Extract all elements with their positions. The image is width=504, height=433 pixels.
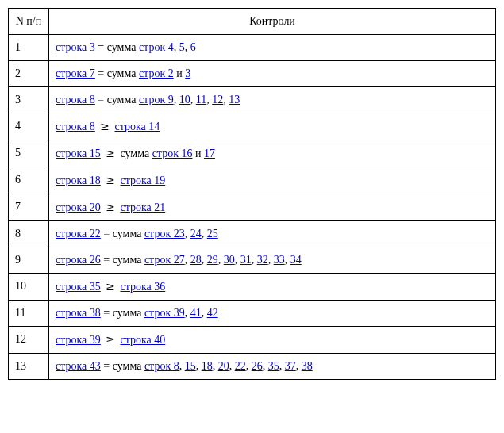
row-number: 9 (9, 247, 49, 274)
row-text: , (185, 254, 190, 266)
row-link[interactable]: 42 (207, 307, 218, 319)
row-link[interactable]: 10 (179, 94, 190, 105)
row-link[interactable]: строка 8 (56, 121, 95, 132)
row-text: , (179, 360, 185, 372)
row-link[interactable]: 5 (179, 41, 185, 53)
row-text: , (185, 41, 190, 53)
row-link[interactable]: 34 (290, 254, 302, 266)
row-link[interactable]: строка 14 (114, 121, 160, 132)
row-link[interactable]: 12 (212, 94, 223, 105)
row-link[interactable]: строка 8 (56, 94, 95, 105)
row-link[interactable]: строка 35 (56, 281, 101, 293)
row-link[interactable]: строк 27 (144, 254, 185, 266)
row-link[interactable]: 28 (190, 254, 202, 266)
row-link[interactable]: строка 21 (120, 201, 165, 213)
row-number: 1 (9, 35, 49, 61)
row-text: , (196, 360, 202, 372)
control-cell: строка 35 ≥ строка 36 (49, 274, 496, 301)
table-row: 9строка 26 = сумма строк 27, 28, 29, 30,… (9, 247, 496, 274)
row-link[interactable]: 24 (190, 228, 202, 239)
row-link[interactable]: 37 (285, 360, 296, 372)
row-text: , (174, 41, 179, 53)
row-link[interactable]: строка 38 (56, 307, 101, 319)
row-link[interactable]: строка 40 (120, 334, 165, 346)
ge-symbol: ≥ (101, 147, 121, 159)
row-text: = сумма (95, 94, 139, 105)
row-link[interactable]: строка 20 (56, 201, 101, 213)
row-link[interactable]: 35 (268, 360, 279, 372)
row-link[interactable]: 41 (190, 307, 202, 319)
row-link[interactable]: 30 (224, 254, 235, 266)
row-text: , (185, 307, 190, 319)
row-link[interactable]: 18 (202, 360, 213, 372)
row-text: , (279, 360, 285, 372)
row-number: 4 (9, 113, 49, 140)
row-link[interactable]: 20 (218, 360, 229, 372)
row-link[interactable]: 38 (302, 360, 313, 372)
row-link[interactable]: строк 9 (139, 94, 174, 105)
control-cell: строка 8 ≥ строка 14 (49, 113, 496, 140)
row-link[interactable]: 17 (204, 148, 215, 159)
row-number: 7 (9, 194, 49, 221)
table-row: 3строка 8 = сумма строк 9, 10, 11, 12, 1… (9, 87, 496, 113)
row-link[interactable]: строка 7 (56, 67, 95, 79)
row-link[interactable]: строка 36 (120, 281, 165, 293)
row-number: 3 (9, 87, 49, 113)
row-link[interactable]: 29 (207, 254, 218, 266)
row-text: и (174, 67, 186, 79)
ge-symbol: ≥ (101, 333, 121, 346)
row-link[interactable]: строка 18 (56, 174, 101, 186)
row-link[interactable]: строка 19 (120, 174, 165, 186)
row-link[interactable]: 25 (207, 228, 218, 239)
row-text: , (263, 360, 268, 372)
row-link[interactable]: строк 23 (144, 228, 185, 239)
row-text: , (285, 254, 290, 266)
table-row: 12строка 39 ≥ строка 40 (9, 327, 496, 354)
ge-symbol: ≥ (101, 174, 121, 186)
row-link[interactable]: 15 (185, 360, 196, 372)
row-number: 5 (9, 140, 49, 167)
row-number: 6 (9, 167, 49, 194)
row-link[interactable]: строка 39 (56, 334, 101, 346)
row-text: = сумма (95, 41, 139, 53)
row-link[interactable]: 22 (235, 360, 246, 372)
row-link[interactable]: 13 (229, 94, 240, 105)
row-link[interactable]: строк 4 (139, 41, 174, 53)
row-link[interactable]: строка 43 (56, 360, 101, 372)
row-text: , (202, 307, 207, 319)
row-text: и (192, 148, 204, 159)
row-link[interactable]: строк 2 (139, 67, 174, 79)
row-text: , (213, 360, 218, 372)
row-link[interactable]: 33 (274, 254, 285, 266)
row-link[interactable]: 6 (190, 41, 196, 53)
row-link[interactable]: 32 (257, 254, 268, 266)
row-link[interactable]: строк 39 (144, 307, 185, 319)
row-link[interactable]: строка 3 (56, 41, 95, 53)
table-row: 13строка 43 = сумма строк 8, 15, 18, 20,… (9, 354, 496, 380)
table-row: 6строка 18 ≥ строка 19 (9, 167, 496, 194)
row-text: , (218, 254, 224, 266)
row-text: = сумма (101, 307, 144, 319)
row-link[interactable]: строк 16 (152, 148, 193, 159)
row-link[interactable]: 3 (185, 67, 190, 79)
row-text: , (202, 228, 207, 239)
row-link[interactable]: строк 8 (144, 360, 179, 372)
control-cell: строка 26 = сумма строк 27, 28, 29, 30, … (49, 247, 496, 274)
row-text: , (235, 254, 240, 266)
table-body: 1строка 3 = сумма строк 4, 5, 62строка 7… (9, 35, 496, 380)
row-link[interactable]: строка 26 (56, 254, 101, 266)
row-text: , (252, 254, 257, 266)
row-link[interactable]: строка 15 (56, 148, 101, 159)
row-link[interactable]: 26 (252, 360, 263, 372)
row-text: = сумма (95, 67, 139, 79)
table-row: 1строка 3 = сумма строк 4, 5, 6 (9, 35, 496, 61)
row-link[interactable]: 31 (240, 254, 252, 266)
row-text: , (296, 360, 302, 372)
ge-symbol: ≥ (101, 280, 121, 293)
row-link[interactable]: строка 22 (56, 228, 101, 239)
table-row: 4строка 8 ≥ строка 14 (9, 113, 496, 140)
control-cell: строка 20 ≥ строка 21 (49, 194, 496, 221)
row-link[interactable]: 11 (196, 94, 206, 105)
control-cell: строка 7 = сумма строк 2 и 3 (49, 61, 496, 87)
row-number: 11 (9, 301, 49, 327)
